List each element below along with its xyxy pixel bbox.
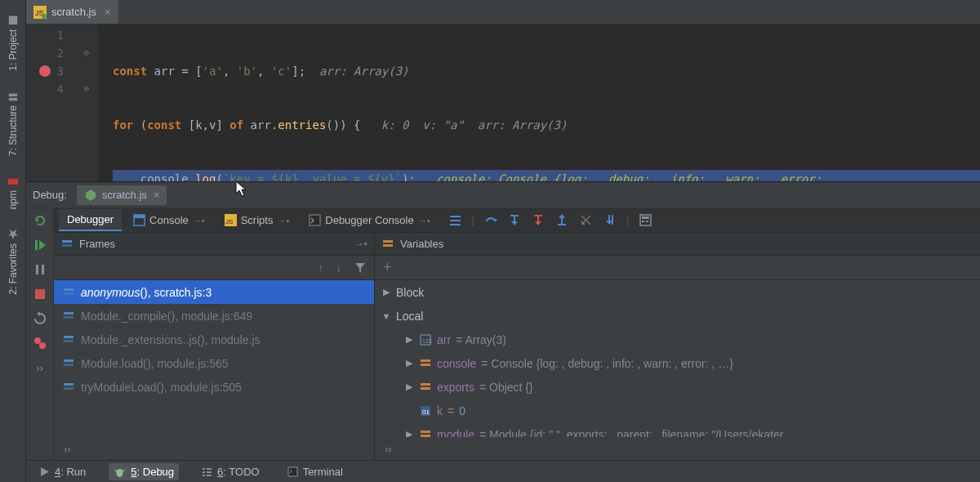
- svg-rect-54: [64, 364, 74, 366]
- svg-point-7: [42, 14, 47, 19]
- svg-rect-74: [207, 468, 212, 470]
- debug-tool-window-header: Debug: scratch.js ×: [26, 181, 980, 208]
- stop-icon[interactable]: [33, 287, 47, 301]
- svg-marker-15: [37, 311, 40, 316]
- svg-rect-63: [421, 383, 430, 386]
- svg-rect-40: [640, 215, 651, 225]
- svg-rect-57: [383, 240, 393, 243]
- close-tab-icon[interactable]: ×: [105, 6, 111, 18]
- svg-rect-10: [35, 240, 38, 250]
- svg-text:01: 01: [422, 408, 430, 416]
- svg-rect-22: [310, 215, 320, 225]
- view-breakpoints-icon[interactable]: [33, 336, 47, 350]
- svg-marker-69: [41, 467, 49, 476]
- add-watch-icon[interactable]: +: [383, 259, 392, 276]
- svg-rect-58: [383, 244, 393, 247]
- favorites-tool-button[interactable]: 2: Favorites: [7, 229, 19, 295]
- close-session-icon[interactable]: ×: [154, 189, 160, 201]
- more-icon[interactable]: ››: [33, 360, 47, 375]
- frame-down-icon[interactable]: ↓: [336, 261, 342, 274]
- step-out-icon[interactable]: [555, 213, 569, 227]
- frame-up-icon[interactable]: ↑: [318, 261, 323, 274]
- todo-toolwindow-button[interactable]: 6: TODO: [197, 463, 265, 480]
- frames-more[interactable]: ››: [54, 437, 374, 460]
- frame-row[interactable]: Module.load(), module.js:565: [54, 351, 374, 375]
- rerun-icon[interactable]: [33, 213, 47, 228]
- scope-local[interactable]: ▼Local: [375, 304, 980, 328]
- svg-marker-11: [39, 240, 46, 250]
- svg-rect-24: [450, 220, 461, 221]
- step-into-icon[interactable]: [508, 213, 522, 227]
- variable-row[interactable]: ▶ console = Console {log: , debug: , inf…: [375, 351, 980, 375]
- svg-rect-19: [134, 215, 145, 218]
- svg-line-72: [122, 470, 124, 472]
- scripts-tab[interactable]: JS Scripts→•: [216, 210, 298, 230]
- svg-rect-1: [8, 97, 17, 100]
- svg-rect-14: [35, 289, 45, 299]
- svg-rect-55: [64, 383, 74, 386]
- svg-rect-3: [7, 178, 17, 184]
- restart-icon[interactable]: [33, 311, 47, 326]
- code-editor[interactable]: 1 2 3 4 ⊖⊖ const arr = ['a', 'b', 'c']; …: [26, 25, 980, 181]
- debugger-tab[interactable]: Debugger: [59, 209, 122, 231]
- svg-text:123: 123: [422, 338, 432, 344]
- svg-marker-28: [511, 221, 518, 225]
- svg-rect-64: [421, 387, 430, 390]
- svg-rect-77: [203, 475, 205, 476]
- svg-rect-56: [64, 387, 74, 390]
- variable-row[interactable]: ▶123 arr = Array(3): [375, 328, 980, 351]
- svg-rect-0: [8, 16, 17, 25]
- scope-block[interactable]: ▶Block: [375, 280, 980, 304]
- svg-rect-23: [450, 216, 461, 217]
- debugger-console-tab[interactable]: Debugger Console→•: [301, 210, 438, 230]
- drop-frame-icon[interactable]: [579, 213, 593, 227]
- svg-rect-47: [64, 288, 74, 291]
- frame-row[interactable]: tryModuleLoad(), module.js:505: [54, 375, 374, 399]
- debugger-tab-bar: Debugger Console→• JS Scripts→• Debugger…: [54, 208, 980, 233]
- step-over-icon[interactable]: [484, 213, 498, 227]
- show-exec-point-icon[interactable]: [448, 213, 462, 227]
- variables-more[interactable]: ››: [375, 437, 980, 460]
- svg-point-70: [117, 469, 123, 477]
- npm-tool-button[interactable]: npm: [7, 176, 19, 209]
- editor-tab-label: scratch.js: [51, 6, 96, 18]
- frame-row[interactable]: Module._extensions..js(), module.js: [54, 328, 374, 351]
- svg-rect-2: [8, 93, 17, 96]
- filter-icon[interactable]: [354, 262, 366, 274]
- svg-point-17: [39, 342, 46, 349]
- svg-rect-62: [421, 364, 430, 366]
- frames-title: Frames: [79, 238, 115, 250]
- debug-label: Debug:: [33, 189, 67, 201]
- variable-row[interactable]: ▶ module = Module {id: ".", exports: , p…: [375, 422, 980, 437]
- run-to-cursor-icon[interactable]: [603, 213, 617, 227]
- evaluate-icon[interactable]: [639, 213, 653, 227]
- svg-rect-51: [64, 336, 74, 338]
- svg-rect-32: [534, 215, 542, 216]
- console-tab[interactable]: Console→•: [125, 210, 213, 230]
- svg-rect-53: [64, 359, 74, 362]
- frames-panel: Frames →• ↑ ↓ anonymous(), scratch.js:3M…: [54, 233, 375, 460]
- svg-rect-13: [42, 265, 44, 274]
- force-step-into-icon[interactable]: [532, 213, 546, 227]
- svg-marker-8: [86, 190, 96, 201]
- structure-tool-button[interactable]: 7: Structure: [7, 91, 19, 156]
- code-area[interactable]: const arr = ['a', 'b', 'c']; arr: Array(…: [98, 25, 980, 181]
- debug-session-tab[interactable]: scratch.js ×: [77, 185, 167, 205]
- svg-rect-48: [64, 292, 74, 295]
- svg-rect-45: [62, 244, 72, 247]
- breakpoint-icon[interactable]: [39, 65, 51, 77]
- svg-line-71: [115, 470, 118, 472]
- run-toolwindow-button[interactable]: 4: Run: [34, 463, 91, 480]
- editor-tab-scratch[interactable]: JS scratch.js ×: [26, 0, 119, 24]
- svg-rect-50: [64, 316, 74, 319]
- debug-toolwindow-button[interactable]: 5: Debug: [109, 463, 179, 480]
- terminal-toolwindow-button[interactable]: Terminal: [283, 463, 348, 480]
- project-tool-button[interactable]: 1: Project: [7, 15, 19, 71]
- pause-icon[interactable]: [33, 262, 47, 277]
- frame-row[interactable]: anonymous(), scratch.js:3: [54, 280, 374, 304]
- variable-row[interactable]: ▶ exports = Object {}: [375, 375, 980, 399]
- svg-rect-25: [450, 224, 461, 225]
- variable-row[interactable]: 01 k = 0: [375, 399, 980, 422]
- frame-row[interactable]: Module._compile(), module.js:649: [54, 304, 374, 328]
- resume-icon[interactable]: [33, 238, 47, 252]
